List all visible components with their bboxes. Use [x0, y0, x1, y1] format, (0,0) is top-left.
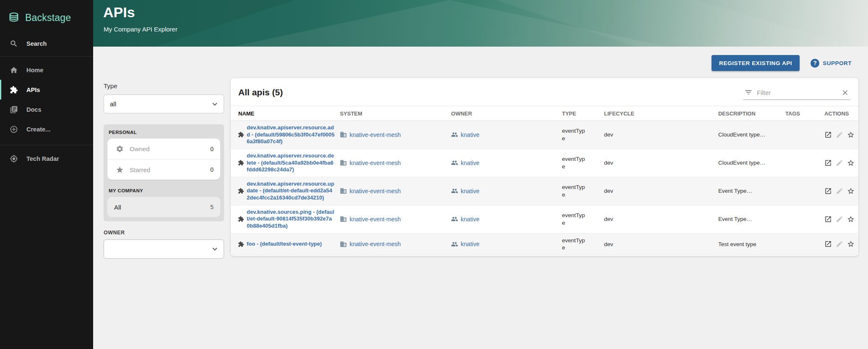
- description-value: Test event type: [718, 241, 756, 247]
- starred-label: Starred: [130, 166, 210, 173]
- column-header-tags[interactable]: TAGS: [785, 106, 824, 121]
- star-toggle-button[interactable]: [847, 215, 855, 223]
- column-header-type[interactable]: TYPE: [562, 106, 604, 121]
- table-title: All apis (5): [238, 86, 283, 97]
- clear-filter-button[interactable]: [841, 89, 849, 97]
- puzzle-icon: [238, 216, 244, 222]
- system-link[interactable]: knative-event-mesh: [349, 241, 401, 247]
- filter-item-owned[interactable]: Owned 0: [107, 139, 220, 159]
- api-name-link[interactable]: dev.knative.apiserver.resource.add - (de…: [247, 124, 335, 145]
- view-definition-button[interactable]: [824, 240, 832, 248]
- filter-panel: Type all PERSONAL Owned 0: [104, 82, 224, 259]
- type-select[interactable]: all: [104, 94, 224, 113]
- column-header-lifecycle[interactable]: LIFECYCLE: [604, 106, 718, 121]
- system-link[interactable]: knative-event-mesh: [349, 160, 401, 166]
- column-header-description[interactable]: DESCRIPTION: [718, 106, 785, 121]
- page-title: APIs: [103, 4, 135, 21]
- star-toggle-button[interactable]: [847, 131, 855, 139]
- sidebar-item-label: Create...: [26, 126, 50, 133]
- type-filter-label: Type: [104, 82, 224, 89]
- edit-button[interactable]: [836, 159, 843, 167]
- owner-select[interactable]: [104, 239, 224, 259]
- docs-icon: [10, 105, 18, 114]
- column-header-system[interactable]: SYSTEM: [340, 106, 451, 121]
- owner-link[interactable]: knative: [461, 188, 479, 194]
- view-definition-button[interactable]: [824, 131, 832, 139]
- support-label: SUPPORT: [823, 60, 852, 66]
- edit-pencil-icon: [836, 240, 843, 248]
- domain-icon: [340, 187, 347, 194]
- chevron-down-icon: [210, 244, 219, 254]
- sidebar-item-create[interactable]: Create...: [0, 119, 93, 139]
- star-toggle-button[interactable]: [847, 159, 855, 167]
- owner-link[interactable]: knative: [461, 216, 479, 223]
- view-definition-button[interactable]: [824, 187, 832, 195]
- table-header-row: NAME SYSTEM OWNER TYPE LIFECYCLE DESCRIP…: [231, 106, 858, 121]
- lifecycle-value: dev: [604, 188, 613, 194]
- lifecycle-value: dev: [604, 131, 613, 138]
- filter-item-starred[interactable]: Starred 0: [107, 159, 220, 180]
- description-value: Event Type…: [718, 188, 752, 194]
- puzzle-icon: [238, 188, 244, 194]
- type-select-value: all: [110, 100, 116, 108]
- description-value: CloudEvent type…: [718, 160, 766, 166]
- domain-icon: [340, 215, 347, 223]
- edit-pencil-icon: [836, 159, 843, 167]
- star-icon: [116, 166, 124, 174]
- open-in-new-icon: [824, 240, 832, 248]
- starred-count: 0: [210, 166, 214, 173]
- puzzle-icon: [238, 241, 244, 247]
- puzzle-icon: [10, 86, 18, 94]
- star-toggle-button[interactable]: [847, 187, 855, 195]
- domain-icon: [340, 131, 347, 138]
- api-name-link[interactable]: dev.knative.apiserver.resource.update - …: [247, 181, 335, 202]
- table-row: dev.knative.sources.ping - (default/et-d…: [231, 205, 858, 233]
- edit-button[interactable]: [836, 240, 843, 248]
- table-header-bar: All apis (5): [231, 78, 858, 106]
- system-link[interactable]: knative-event-mesh: [349, 216, 401, 223]
- register-existing-api-button[interactable]: REGISTER EXISTING API: [712, 55, 800, 71]
- view-definition-button[interactable]: [824, 159, 832, 167]
- column-header-name[interactable]: NAME: [231, 106, 340, 121]
- logo-text: Backstage: [25, 12, 71, 24]
- owned-label: Owned: [130, 145, 210, 152]
- api-name-link[interactable]: foo - (default/test-event-type): [247, 241, 335, 248]
- view-definition-button[interactable]: [824, 215, 832, 223]
- star-outline-icon: [847, 131, 855, 139]
- system-link[interactable]: knative-event-mesh: [349, 188, 401, 194]
- api-name-link[interactable]: dev.knative.apiserver.resource.delete - …: [247, 152, 335, 173]
- add-circle-icon: [10, 125, 18, 134]
- domain-icon: [340, 159, 347, 166]
- owner-link[interactable]: knative: [461, 160, 479, 166]
- star-outline-icon: [847, 159, 855, 167]
- system-link[interactable]: knative-event-mesh: [349, 131, 401, 138]
- backstage-logo[interactable]: Backstage: [0, 0, 93, 27]
- sidebar-item-docs[interactable]: Docs: [0, 100, 93, 119]
- group-icon: [451, 241, 458, 248]
- sidebar-item-label: Docs: [26, 106, 41, 113]
- table-filter-input[interactable]: [757, 89, 837, 96]
- all-count: 5: [210, 204, 214, 210]
- sidebar-item-label: APIs: [26, 87, 40, 93]
- star-toggle-button[interactable]: [847, 240, 855, 248]
- sidebar-item-home[interactable]: Home: [0, 60, 93, 80]
- sidebar-item-search[interactable]: Search: [0, 34, 93, 53]
- filter-item-all[interactable]: All 5: [107, 197, 220, 217]
- description-value: CloudEvent type…: [718, 131, 766, 138]
- owner-link[interactable]: knative: [461, 241, 479, 247]
- api-table-card: All apis (5) NAME: [231, 78, 858, 256]
- support-button[interactable]: ? SUPPORT: [811, 59, 852, 68]
- owner-link[interactable]: knative: [461, 131, 479, 138]
- sidebar-item-apis[interactable]: APIs: [0, 80, 93, 100]
- edit-button[interactable]: [836, 187, 843, 195]
- sidebar-item-tech-radar[interactable]: Tech Radar: [0, 149, 93, 168]
- page-subtitle: My Company API Explorer: [104, 26, 177, 33]
- api-name-link[interactable]: dev.knative.sources.ping - (default/et-d…: [247, 209, 335, 230]
- edit-button[interactable]: [836, 131, 843, 139]
- sidebar-item-label: Home: [26, 67, 43, 73]
- open-in-new-icon: [824, 159, 832, 167]
- filter-list-icon: [744, 88, 753, 97]
- edit-pencil-icon: [836, 187, 843, 195]
- edit-button[interactable]: [836, 215, 843, 223]
- column-header-owner[interactable]: OWNER: [451, 106, 562, 121]
